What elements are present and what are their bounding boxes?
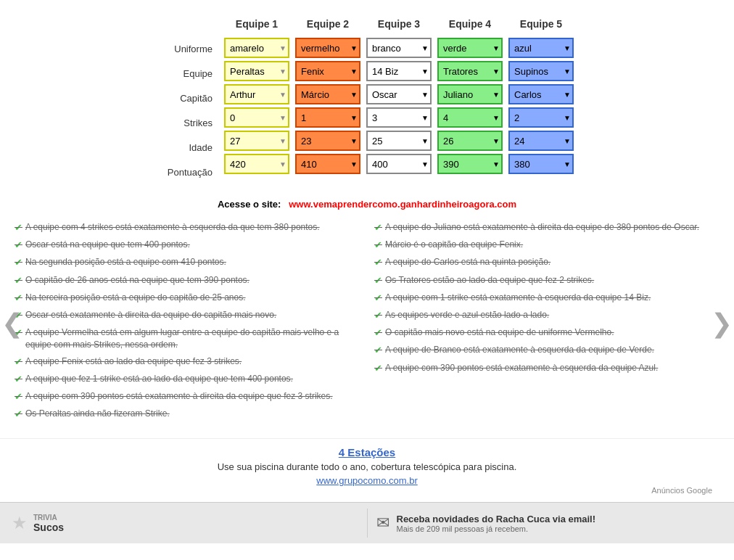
team5-equipe-select[interactable]: Supinos bbox=[508, 61, 574, 81]
team2-capitao-select[interactable]: Márcio bbox=[295, 84, 360, 104]
team3-capitao-select[interactable]: Oscar bbox=[366, 84, 432, 104]
team-col-4: Equipe 4verdeTratoresJuliano426390 bbox=[437, 15, 503, 186]
team2-equipe-select[interactable]: Fenix bbox=[295, 61, 360, 81]
team2-uniforme-select[interactable]: vermelho bbox=[295, 38, 360, 58]
clues-left-text-4: Na terceira posição está a equipe do cap… bbox=[25, 292, 246, 304]
clues-right-text-5: As equipes verde e azul estão lado a lad… bbox=[385, 309, 549, 321]
team5-uniforme-select[interactable]: azul bbox=[508, 38, 574, 58]
bottom-ad-title[interactable]: 4 Estações bbox=[7, 446, 727, 458]
clues-left-item-1: ✔Oscar está na equipe que tem 400 pontos… bbox=[15, 239, 360, 252]
team1-idade-wrapper: 27 bbox=[224, 131, 289, 151]
team-header-3: Equipe 3 bbox=[378, 15, 420, 33]
trivia-name: Sucos bbox=[33, 522, 64, 533]
team4-uniforme-wrapper: verde bbox=[437, 38, 503, 58]
clues-right-text-6: O capitão mais novo está na equipe de un… bbox=[385, 326, 614, 339]
check-icon-clues-left-2: ✔ bbox=[15, 256, 22, 269]
team3-pontuacao-wrapper: 400 bbox=[366, 154, 432, 174]
clues-left-item-4: ✔Na terceira posição está a equipe do ca… bbox=[15, 292, 360, 305]
team1-pontuacao-select[interactable]: 420 bbox=[224, 154, 289, 174]
team3-uniforme-wrapper: branco bbox=[366, 38, 432, 58]
bottom-ad-url[interactable]: www.grupocomo.com.br bbox=[316, 475, 417, 486]
team5-strikes-select[interactable]: 2 bbox=[508, 107, 574, 128]
clues-right-text-1: Márcio é o capitão da equipe Fenix. bbox=[385, 239, 523, 251]
team4-capitao-select[interactable]: Juliano bbox=[437, 84, 503, 104]
team1-idade-select[interactable]: 27 bbox=[224, 131, 289, 151]
clues-left-text-5: Oscar está exatamente à direita da equip… bbox=[25, 309, 276, 321]
team1-capitao-select[interactable]: Arthur bbox=[224, 84, 289, 104]
team3-uniforme-select[interactable]: branco bbox=[366, 38, 432, 58]
clues-right-item-5: ✔As equipes verde e azul estão lado a la… bbox=[374, 309, 719, 322]
team4-capitao-wrapper: Juliano bbox=[437, 84, 503, 104]
ad-url[interactable]: www.vemaprendercomo.ganhardinheiroagora.… bbox=[289, 199, 516, 210]
team1-equipe-select[interactable]: Peraltas bbox=[224, 61, 289, 81]
clues-left-text-7: A equipe Fenix está ao lado da equipe qu… bbox=[25, 355, 242, 368]
bottom-advertisement: 4 Estações Use sua piscina durante todo … bbox=[0, 438, 734, 502]
team4-idade-select[interactable]: 26 bbox=[437, 131, 503, 151]
check-icon-clues-left-8: ✔ bbox=[15, 373, 22, 386]
team3-idade-select[interactable]: 25 bbox=[366, 131, 432, 151]
footer-signup-info: Receba novidades do Racha Cuca via email… bbox=[397, 514, 596, 533]
star-icon[interactable]: ★ bbox=[12, 513, 28, 533]
check-icon-clues-right-2: ✔ bbox=[374, 256, 382, 269]
clues-left-item-3: ✔O capitão de 26 anos está na equipe que… bbox=[15, 274, 360, 287]
clues-right-text-3: Os Tratores estão ao lado da equipe que … bbox=[385, 274, 594, 287]
team2-idade-wrapper: 23 bbox=[295, 131, 360, 151]
check-icon-clues-left-7: ✔ bbox=[15, 355, 22, 368]
check-icon-clues-left-3: ✔ bbox=[15, 274, 22, 287]
nav-prev-button[interactable]: ❮ bbox=[1, 308, 23, 339]
team-col-5: Equipe 5azulSupinosCarlos224380 bbox=[508, 15, 574, 186]
team5-idade-select[interactable]: 24 bbox=[508, 131, 574, 151]
team4-pontuacao-select[interactable]: 390 bbox=[437, 154, 503, 174]
team1-equipe-wrapper: Peraltas bbox=[224, 61, 289, 81]
clues-right-item-2: ✔A equipe do Carlos está na quinta posiç… bbox=[374, 256, 719, 269]
clues-right-text-7: A equipe de Branco está exatamente à esq… bbox=[385, 344, 654, 356]
check-icon-clues-left-9: ✔ bbox=[15, 390, 22, 403]
label-capitao: Capitão bbox=[157, 87, 215, 109]
check-icon-clues-right-8: ✔ bbox=[374, 362, 382, 375]
row-labels: Uniforme Equipe Capitão Strikes Idade Po… bbox=[157, 15, 215, 186]
footer-divider bbox=[367, 508, 368, 538]
check-icon-clues-right-0: ✔ bbox=[374, 221, 382, 234]
team1-uniforme-select[interactable]: amarelo bbox=[224, 38, 289, 58]
check-icon-clues-right-4: ✔ bbox=[374, 292, 382, 305]
clues-right-text-8: A equipe com 390 pontos está exatamente … bbox=[385, 362, 658, 374]
team2-strikes-select[interactable]: 1 bbox=[295, 107, 360, 128]
check-icon-clues-right-3: ✔ bbox=[374, 274, 382, 287]
nav-next-button[interactable]: ❯ bbox=[711, 308, 733, 339]
envelope-icon: ✉ bbox=[376, 514, 389, 532]
team5-pontuacao-wrapper: 380 bbox=[508, 154, 574, 174]
team5-pontuacao-select[interactable]: 380 bbox=[508, 154, 574, 174]
clues-left-text-3: O capitão de 26 anos está na equipe que … bbox=[25, 274, 250, 287]
signup-title: Receba novidades do Racha Cuca via email… bbox=[397, 514, 596, 524]
team-col-1: Equipe 1amareloPeraltasArthur027420 bbox=[224, 15, 289, 186]
label-uniforme: Uniforme bbox=[157, 38, 215, 59]
team3-pontuacao-select[interactable]: 400 bbox=[366, 154, 432, 174]
team2-equipe-wrapper: Fenix bbox=[295, 61, 360, 81]
team2-idade-select[interactable]: 23 bbox=[295, 131, 360, 151]
team3-equipe-select[interactable]: 14 Biz bbox=[366, 61, 432, 81]
check-icon-clues-left-10: ✔ bbox=[15, 408, 22, 421]
clues-left-item-6: ✔A equipe Vermelha está em algum lugar e… bbox=[15, 326, 360, 351]
team2-pontuacao-select[interactable]: 410 bbox=[295, 154, 360, 174]
team3-idade-wrapper: 25 bbox=[366, 131, 432, 151]
clues-right-text-4: A equipe com 1 strike está exatamente à … bbox=[385, 292, 651, 304]
clues-left-item-9: ✔A equipe com 390 pontos está exatamente… bbox=[15, 390, 360, 403]
team4-strikes-select[interactable]: 4 bbox=[437, 107, 503, 128]
team4-strikes-wrapper: 4 bbox=[437, 107, 503, 128]
team4-uniforme-select[interactable]: verde bbox=[437, 38, 503, 58]
team5-capitao-select[interactable]: Carlos bbox=[508, 84, 574, 104]
ad-banner: Acesse o site: www.vemaprendercomo.ganha… bbox=[0, 199, 734, 210]
team1-uniforme-wrapper: amarelo bbox=[224, 38, 289, 58]
check-icon-clues-left-4: ✔ bbox=[15, 292, 22, 305]
check-icon-clues-right-5: ✔ bbox=[374, 309, 382, 322]
clues-left-text-8: A equipe que fez 1 strike está ao lado d… bbox=[25, 373, 293, 385]
team3-strikes-select[interactable]: 3 bbox=[366, 107, 432, 128]
team1-strikes-select[interactable]: 0 bbox=[224, 107, 289, 128]
team4-equipe-select[interactable]: Tratores bbox=[437, 61, 503, 81]
clues-right-item-6: ✔O capitão mais novo está na equipe de u… bbox=[374, 326, 719, 339]
clues-left-text-0: A equipe com 4 strikes está exatamente à… bbox=[25, 221, 320, 234]
label-pontuacao: Pontuação bbox=[157, 161, 215, 183]
team5-capitao-wrapper: Carlos bbox=[508, 84, 574, 104]
team4-equipe-wrapper: Tratores bbox=[437, 61, 503, 81]
team-header-2: Equipe 2 bbox=[307, 15, 349, 33]
